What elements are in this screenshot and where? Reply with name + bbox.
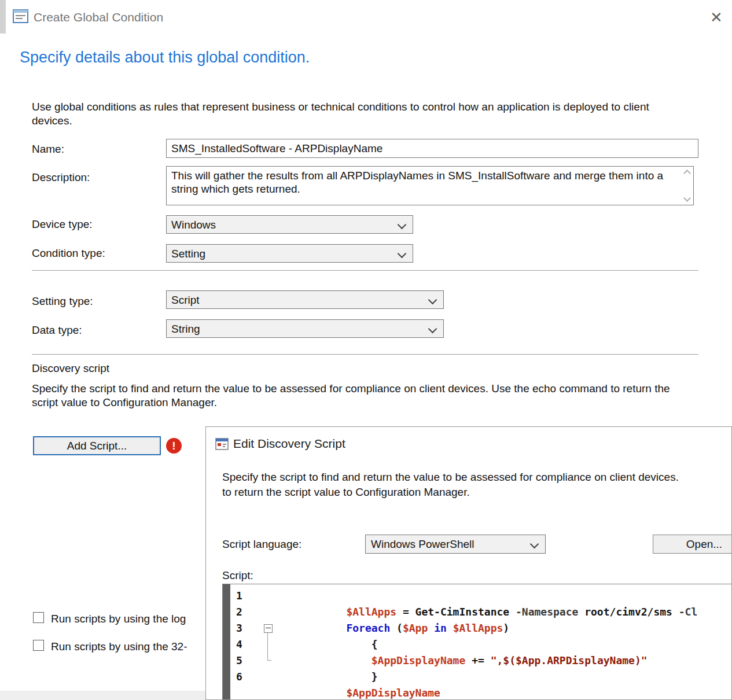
chevron-down-icon (530, 540, 539, 549)
data-type-value: String (171, 323, 200, 336)
code-token: } (346, 670, 377, 683)
description-input[interactable]: This will gather the results from all AR… (167, 167, 680, 205)
condition-type-dropdown[interactable]: Setting (166, 244, 413, 263)
line-number: 2 (230, 604, 260, 620)
chevron-down-icon (428, 325, 437, 334)
code-token: -Namespace (516, 606, 578, 618)
separator (32, 270, 698, 271)
data-type-label: Data type: (32, 324, 82, 337)
code-token: ",$($App.ARPDisplayName)" (491, 654, 648, 666)
script-language-value: Windows PowerShell (371, 538, 474, 551)
code-token: $AppDisplayName (371, 654, 466, 666)
code-area[interactable]: $AllApps = Get-CimInstance -Namespace ro… (275, 588, 732, 685)
code-token: in (434, 622, 447, 634)
description-label: Description: (32, 171, 90, 184)
close-button[interactable]: ✕ (705, 7, 728, 28)
data-type-dropdown[interactable]: String (166, 319, 444, 338)
code-token: $AllApps (346, 606, 396, 618)
code-token: $AppDisplayName (346, 687, 440, 699)
device-type-label: Device type: (32, 218, 93, 231)
code-token: ) (503, 622, 509, 634)
form-icon (215, 438, 229, 452)
code-token: $AllApps (453, 622, 503, 634)
name-input[interactable] (166, 139, 698, 158)
window-edge (0, 0, 6, 34)
line-number: 5 (230, 653, 260, 669)
page-title: Specify details about this global condit… (20, 49, 310, 67)
code-token: Get-CimInstance (415, 606, 516, 618)
edit-help-line2: to return the script value to Configurat… (222, 485, 470, 500)
chevron-down-icon (428, 296, 437, 305)
create-global-condition-dialog: Create Global Condition ✕ Specify detail… (0, 0, 732, 700)
code-token: { (346, 638, 377, 650)
condition-type-value: Setting (171, 248, 205, 260)
code-token: root/cimv2/sms (578, 606, 678, 618)
fold-line-tick (267, 660, 271, 661)
description-field: This will gather the results from all AR… (166, 166, 694, 205)
edit-discovery-script-dialog: Edit Discovery Script Specify the script… (205, 426, 732, 700)
code-token: += (465, 654, 490, 666)
setting-type-dropdown[interactable]: Script (166, 290, 444, 309)
edit-help-line1: Specify the script to find and return th… (222, 470, 679, 485)
line-number: 6 (230, 669, 260, 685)
discovery-help-text: Specify the script to find and return th… (32, 382, 691, 410)
setting-type-value: Script (171, 294, 200, 307)
fold-collapse-icon[interactable] (264, 624, 273, 633)
code-token (346, 654, 371, 666)
scroll-down-icon[interactable] (683, 196, 690, 202)
scroll-up-icon[interactable] (683, 169, 690, 176)
discovery-script-label: Discovery script (32, 362, 109, 375)
line-number-gutter: 1 2 3 4 5 6 (230, 588, 260, 685)
code-token: -Cl (679, 606, 698, 618)
run-32bit-host-label: Run scripts by using the 32- (51, 640, 187, 653)
run-logged-on-user-label: Run scripts by using the log (51, 613, 186, 625)
device-type-value: Windows (171, 219, 216, 231)
chevron-down-icon (398, 220, 407, 230)
script-editor[interactable]: 1 2 3 4 5 6 $AllApps = Get-CimInstance -… (222, 584, 732, 700)
script-language-label: Script language: (222, 538, 301, 551)
condition-type-label: Condition type: (32, 247, 105, 260)
editor-margin (223, 584, 230, 700)
close-icon: ✕ (710, 9, 723, 26)
global-condition-icon (13, 9, 28, 25)
run-logged-on-user-checkbox[interactable] (33, 612, 44, 623)
open-button[interactable]: Open... (653, 535, 732, 554)
line-number: 4 (230, 636, 260, 653)
device-type-dropdown[interactable]: Windows (166, 215, 413, 234)
code-token (447, 622, 453, 634)
error-icon: ! (166, 438, 182, 454)
intro-text: Use global conditions as rules that repr… (32, 100, 691, 128)
chevron-down-icon (398, 249, 407, 259)
edit-dialog-title: Edit Discovery Script (233, 437, 345, 451)
add-script-button[interactable]: Add Script... (33, 436, 161, 455)
line-number: 3 (230, 620, 260, 636)
script-label: Script: (222, 569, 253, 582)
code-token: Foreach (346, 622, 390, 634)
code-token: $App (403, 622, 428, 634)
code-token: = (396, 606, 415, 618)
window-title: Create Global Condition (34, 10, 163, 24)
run-32bit-host-checkbox[interactable] (33, 640, 44, 651)
name-label: Name: (32, 143, 64, 156)
code-token: ( (390, 622, 403, 634)
code-token (428, 622, 434, 634)
code-line: $AllApps = Get-CimInstance -Namespace ro… (275, 588, 732, 604)
separator (32, 354, 698, 355)
line-number: 1 (230, 588, 260, 604)
script-language-dropdown[interactable]: Windows PowerShell (365, 535, 546, 554)
fold-line (267, 633, 268, 660)
setting-type-label: Setting type: (32, 295, 93, 308)
